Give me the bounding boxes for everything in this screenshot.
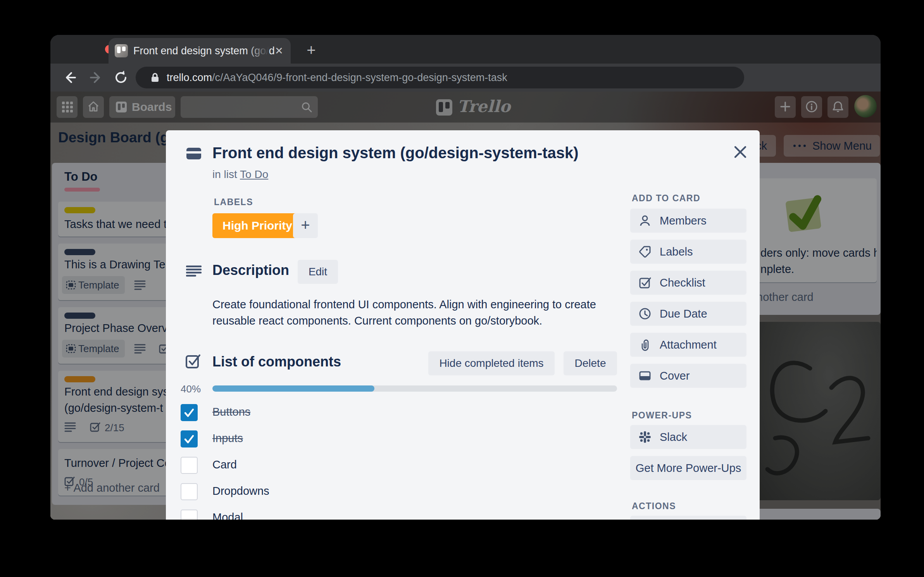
browser-tab-strip: Front end design system (go/d ✕ + [50, 35, 881, 64]
add-label-button[interactable]: + [293, 213, 318, 238]
checklist-button[interactable]: Checklist [630, 271, 746, 295]
checklist-item-label[interactable]: Inputs [212, 432, 243, 445]
modal-card-subtitle: in list To Do [212, 168, 268, 181]
slack-button-label: Slack [660, 425, 687, 449]
description-body: Create foundational frontend UI componen… [212, 296, 619, 329]
clock-icon [639, 308, 651, 320]
delete-checklist-button[interactable]: Delete [564, 351, 617, 375]
description-icon [186, 265, 202, 277]
checklist-progress-bar [212, 385, 617, 392]
url-path: /c/AaYaQ046/9-front-end-design-system-go… [212, 72, 507, 83]
url-domain: trello.com [167, 72, 212, 83]
description-header: Description [212, 262, 289, 278]
checkbox-unchecked[interactable] [181, 457, 198, 474]
due-date-button[interactable]: Due Date [630, 302, 746, 326]
labels-button[interactable]: Labels [630, 240, 746, 264]
browser-toolbar: trello.com/c/AaYaQ046/9-front-end-design… [50, 64, 881, 92]
checkbox-checked[interactable] [181, 430, 198, 447]
checklist-progress-percent: 40% [181, 383, 205, 395]
cover-icon [639, 370, 651, 382]
checklist-item-row: Inputs [181, 430, 607, 449]
url-bar[interactable]: trello.com/c/AaYaQ046/9-front-end-design… [136, 67, 744, 88]
screenshot-stage: Front end design system (go/d ✕ + trello… [0, 0, 924, 577]
checklist-item-label[interactable]: Dropdowns [212, 485, 269, 498]
checklist-icon [639, 276, 651, 289]
labels-button-label: Labels [660, 240, 693, 264]
back-button[interactable] [61, 69, 78, 86]
members-button[interactable]: Members [630, 209, 746, 233]
checklist-item-row: Buttons [181, 404, 607, 423]
clipped-action-button[interactable] [630, 516, 746, 520]
cover-button[interactable]: Cover [630, 364, 746, 388]
checkbox-unchecked[interactable] [181, 483, 198, 500]
in-list-prefix: in list [212, 168, 240, 180]
reload-button[interactable] [112, 69, 129, 86]
forward-button[interactable] [88, 69, 105, 86]
hide-completed-items-button[interactable]: Hide completed items [428, 351, 555, 375]
checklist-section-icon [185, 354, 201, 369]
tab-close-icon[interactable]: ✕ [273, 45, 285, 57]
new-tab-button[interactable]: + [302, 41, 321, 60]
checklist-item-row: Dropdowns [181, 483, 607, 502]
checklist-item-row: Modal [181, 510, 607, 520]
https-lock-icon [150, 72, 160, 83]
tab-favicon-icon [115, 44, 128, 57]
checklist-item-label[interactable]: Card [212, 458, 237, 471]
checklist-button-label: Checklist [660, 271, 705, 295]
labels-section-header: LABELS [214, 197, 253, 207]
browser-window: Front end design system (go/d ✕ + trello… [50, 35, 881, 520]
due-date-button-label: Due Date [660, 302, 707, 326]
checkbox-unchecked[interactable] [181, 510, 198, 520]
card-detail-modal: Front end design system (go/design-syste… [166, 130, 760, 520]
label-chip-high-priority[interactable]: High Priority [212, 213, 302, 238]
actions-header: ACTIONS [632, 501, 676, 511]
checklist-item-row: Card [181, 457, 607, 475]
cover-button-label: Cover [660, 364, 690, 388]
member-icon [639, 214, 651, 227]
add-to-card-header: ADD TO CARD [632, 193, 700, 204]
card-title-icon [186, 147, 202, 160]
powerups-header: POWER-UPS [632, 410, 692, 421]
attachment-button[interactable]: Attachment [630, 333, 746, 357]
get-more-powerups-button[interactable]: Get More Power-Ups [630, 456, 746, 480]
checklist-header: List of components [212, 354, 341, 370]
members-button-label: Members [660, 209, 707, 233]
slack-powerup-button[interactable]: Slack [630, 425, 746, 449]
checklist-progress-fill [212, 385, 374, 392]
browser-tab[interactable]: Front end design system (go/d ✕ [109, 38, 291, 64]
list-link[interactable]: To Do [240, 168, 268, 180]
checklist-item-label[interactable]: Modal [212, 511, 243, 520]
edit-description-button[interactable]: Edit [298, 260, 338, 284]
tab-title-fade [246, 38, 269, 64]
trello-board-background: Boards Trello [50, 92, 881, 520]
checklist-item-label[interactable]: Buttons [212, 406, 250, 418]
modal-close-icon[interactable] [729, 140, 752, 164]
modal-card-title: Front end design system (go/design-syste… [212, 144, 716, 162]
checkbox-checked[interactable] [181, 404, 198, 421]
attachment-button-label: Attachment [660, 333, 717, 357]
paperclip-icon [639, 339, 651, 351]
label-tag-icon [639, 245, 651, 258]
slack-icon [639, 431, 651, 443]
url-text: trello.com/c/AaYaQ046/9-front-end-design… [167, 72, 507, 84]
